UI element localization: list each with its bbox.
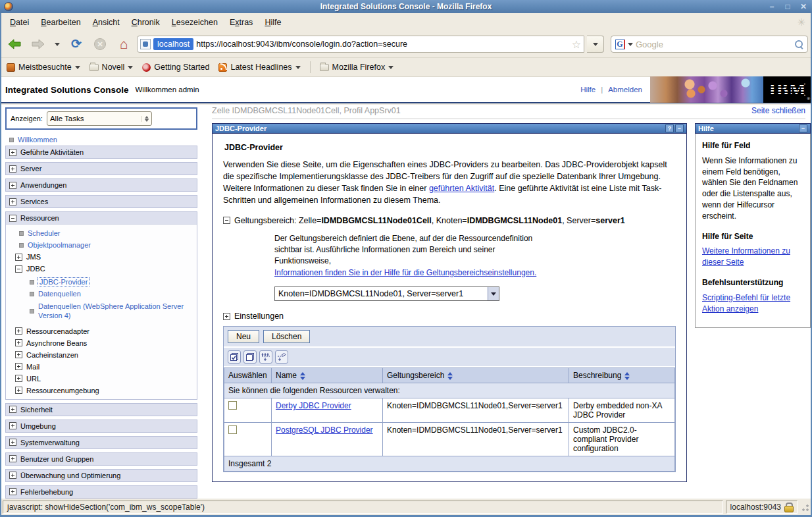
sort-icon[interactable] (447, 372, 453, 380)
select-dropdown-button[interactable] (488, 287, 499, 300)
scope-select[interactable]: Knoten=IDMDBGMCSL11Node01, Server=server… (274, 286, 499, 301)
sort-icon[interactable] (624, 372, 630, 380)
sidebar-section-benutzer-und-gruppen[interactable]: Benutzer und Gruppen (5, 452, 197, 466)
maximize-button[interactable]: □ (783, 2, 792, 11)
expand-icon[interactable] (223, 313, 230, 320)
close-button[interactable]: ✕ (799, 2, 808, 11)
expand-icon[interactable] (9, 422, 16, 429)
reload-button[interactable]: ⟳ (66, 34, 87, 54)
sidebar-item-cacheinstanzen[interactable]: Cacheinstanzen (15, 349, 195, 361)
sidebar-section-ueberwachung[interactable]: Überwachung und Optimierung (5, 469, 197, 482)
expand-icon[interactable] (9, 182, 16, 189)
sidebar-section-gefuehrte-aktivitaeten[interactable]: Geführte Aktivitäten (5, 146, 197, 159)
new-button[interactable]: Neu (228, 330, 259, 343)
bookmark-meistbesuchte[interactable]: Meistbesuchte (7, 63, 80, 72)
search-engine-dropdown-icon[interactable] (628, 43, 633, 46)
sidebar-item-url[interactable]: URL (15, 373, 195, 385)
sidebar-item-jdbc-provider[interactable]: JDBC-Provider (26, 276, 194, 288)
menu-bearbeiten[interactable]: Bearbeiten (36, 15, 85, 30)
expand-icon[interactable] (15, 254, 22, 261)
expand-icon[interactable] (9, 455, 16, 462)
bookmark-novell[interactable]: Novell (89, 63, 134, 72)
expand-icon[interactable] (15, 351, 22, 358)
expand-icon[interactable] (15, 363, 22, 370)
expand-icon[interactable] (9, 488, 16, 495)
row-checkbox[interactable] (228, 425, 237, 434)
bookmark-getting-started[interactable]: Getting Started (142, 63, 209, 72)
gefuehrte-aktivitaet-link[interactable]: geführten Aktivität (429, 184, 494, 193)
expand-icon[interactable] (9, 198, 16, 205)
menu-ansicht[interactable]: Ansicht (88, 15, 124, 30)
expand-icon[interactable] (9, 472, 16, 479)
sidebar-item-ressourcenadapter[interactable]: Ressourcenadapter (15, 325, 195, 337)
site-identity-chip[interactable]: localhost (153, 38, 193, 50)
clear-filter-button[interactable] (275, 350, 288, 364)
row-checkbox[interactable] (228, 401, 237, 410)
expand-icon[interactable] (15, 339, 22, 346)
bookmark-mozilla-firefox[interactable]: Mozilla Firefox (320, 63, 394, 72)
panel-help-button[interactable]: ? (665, 124, 674, 132)
expand-icon[interactable] (15, 375, 22, 382)
provider-link[interactable]: Derby JDBC Provider (276, 401, 351, 410)
help-command-link[interactable]: Scripting-Befehl für letzte Aktion anzei… (702, 292, 803, 315)
resize-grip[interactable] (800, 503, 809, 512)
minimize-button[interactable]: – (767, 2, 776, 11)
sidebar-item-datenquellen-v4[interactable]: Datenquellen (WebSphere Application Serv… (26, 300, 194, 323)
deselect-all-button[interactable] (243, 350, 257, 364)
sidebar-section-fehlerbehebung[interactable]: Fehlerbehebung (5, 485, 197, 499)
column-auswaehlen[interactable]: Auswählen (224, 368, 272, 383)
panel-minimize-button[interactable]: − (675, 124, 684, 132)
menu-lesezeichen[interactable]: Lesezeichen (167, 15, 222, 30)
lock-icon[interactable] (784, 503, 793, 511)
sidebar-item-objektpoolmanager[interactable]: Objektpoolmanager (15, 239, 195, 251)
sidebar-section-systemverwaltung[interactable]: Systemverwaltung (5, 436, 197, 449)
sidebar-section-ressourcen[interactable]: Ressourcen (6, 212, 197, 225)
sidebar-item-datenquellen[interactable]: Datenquellen (26, 288, 194, 300)
stop-button[interactable]: ✕ (89, 34, 111, 54)
sidebar-item-ressourcenumgebung[interactable]: Ressourcenumgebung (15, 385, 195, 396)
collapse-icon[interactable] (223, 217, 230, 224)
sidebar-item-scheduler[interactable]: Scheduler (15, 227, 195, 239)
banner-hilfe-link[interactable]: Hilfe (580, 86, 596, 94)
url-text[interactable]: https://localhost:9043/ibm/console/login… (196, 40, 569, 49)
bookmark-latest-headlines[interactable]: Latest Headlines (218, 63, 300, 72)
expand-icon[interactable] (15, 327, 22, 335)
expand-icon[interactable] (15, 387, 22, 394)
menu-hilfe[interactable]: Hilfe (260, 15, 286, 30)
sidebar-section-server[interactable]: Server (5, 162, 197, 175)
sidebar-item-willkommen[interactable]: Willkommen (5, 134, 197, 146)
window-titlebar[interactable]: Integrated Solutions Console - Mozilla F… (0, 0, 812, 13)
sort-icon[interactable] (300, 372, 305, 380)
bookmark-star-icon[interactable]: ☆ (572, 38, 581, 51)
task-filter-select[interactable]: Alle Tasks (47, 111, 152, 126)
back-button[interactable] (4, 34, 25, 54)
select-all-button[interactable] (228, 350, 241, 364)
column-name[interactable]: Name (272, 368, 383, 383)
expand-icon[interactable] (9, 406, 16, 413)
collapse-icon[interactable] (15, 265, 22, 273)
expand-icon[interactable] (9, 165, 16, 173)
help-panel-minimize-button[interactable]: − (799, 124, 807, 132)
url-bar[interactable]: localhost https://localhost:9043/ibm/con… (137, 36, 584, 53)
sidebar-item-asynchrone-beans[interactable]: Asynchrone Beans (15, 337, 195, 349)
sidebar-item-jdbc[interactable]: JDBC (15, 263, 195, 275)
history-dropdown-button[interactable] (51, 34, 63, 54)
banner-abmelden-link[interactable]: Abmelden (608, 86, 642, 94)
sidebar-item-mail[interactable]: Mail (15, 361, 195, 373)
column-beschreibung[interactable]: Beschreibung (569, 368, 675, 383)
collapse-icon[interactable] (9, 215, 16, 222)
search-icon[interactable] (794, 40, 803, 49)
provider-link[interactable]: PostgreSQL JDBC Provider (276, 425, 373, 435)
sidebar-section-services[interactable]: Services (5, 195, 197, 208)
column-geltungsbereich[interactable]: Geltungsbereich (383, 368, 569, 383)
menu-chronik[interactable]: Chronik (127, 15, 165, 30)
show-filter-button[interactable] (259, 350, 272, 364)
sidebar-section-umgebung[interactable]: Umgebung (5, 420, 197, 433)
expand-icon[interactable] (9, 149, 16, 156)
search-input[interactable]: Google (636, 40, 792, 49)
menu-extras[interactable]: Extras (225, 15, 257, 30)
forward-button[interactable] (28, 34, 49, 54)
url-dropdown-button[interactable] (587, 36, 604, 53)
scope-help-link[interactable]: Informationen finden Sie in der Hilfe fü… (274, 268, 536, 277)
search-engine-icon[interactable]: G (615, 40, 625, 49)
